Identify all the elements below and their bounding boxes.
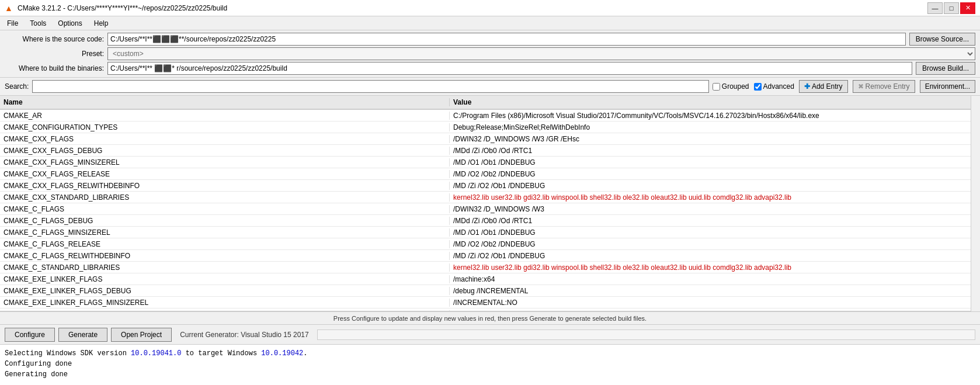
- cell-value: /INCREMENTAL:NO: [450, 299, 971, 307]
- table-row[interactable]: CMAKE_C_FLAGS_RELWITHDEBINFO/MD /Zi /O2 …: [0, 250, 971, 262]
- cell-name: CMAKE_EXE_LINKER_FLAGS_DEBUG: [0, 287, 450, 295]
- advanced-checkbox-label[interactable]: Advanced: [754, 82, 794, 91]
- advanced-checkbox[interactable]: [754, 83, 762, 91]
- output-line: Generating done: [5, 369, 975, 380]
- cell-name: CMAKE_EXE_LINKER_FLAGS: [0, 275, 450, 283]
- cell-value: /MD /O1 /Ob1 /DNDEBUG: [450, 158, 971, 167]
- cell-value: /MDd /Zi /Ob0 /Od /RTC1: [450, 217, 971, 225]
- advanced-label: Advanced: [763, 82, 794, 91]
- cell-name: CMAKE_CXX_FLAGS_RELEASE: [0, 170, 450, 178]
- menu-file[interactable]: File: [5, 18, 20, 29]
- output-line: Selecting Windows SDK version 10.0.19041…: [5, 348, 975, 359]
- open-project-button[interactable]: Open Project: [111, 328, 172, 342]
- table-body: CMAKE_ARC:/Program Files (x86)/Microsoft…: [0, 110, 971, 311]
- cell-value: Debug;Release;MinSizeRel;RelWithDebInfo: [450, 123, 971, 131]
- menu-options[interactable]: Options: [55, 18, 84, 29]
- output-area: Selecting Windows SDK version 10.0.19041…: [0, 344, 980, 385]
- status-bar: Press Configure to update and display ne…: [0, 311, 980, 324]
- window-controls: — □ ✕: [927, 2, 975, 14]
- title-bar: ▲ CMake 3.21.2 - C:/Users/****Y****YI***…: [0, 0, 980, 16]
- table-row[interactable]: CMAKE_C_FLAGS/DWIN32 /D_WINDOWS /W3: [0, 203, 971, 215]
- cell-value: /debug /INCREMENTAL: [450, 287, 971, 295]
- search-input[interactable]: [32, 80, 708, 93]
- cell-name: CMAKE_C_FLAGS_RELEASE: [0, 240, 450, 248]
- status-text: Press Configure to update and display ne…: [333, 315, 647, 322]
- cell-name: CMAKE_C_FLAGS: [0, 205, 450, 213]
- grouped-checkbox[interactable]: [713, 83, 720, 91]
- cell-name: CMAKE_C_FLAGS_MINSIZEREL: [0, 228, 450, 237]
- cell-name: CMAKE_CXX_FLAGS_MINSIZEREL: [0, 158, 450, 167]
- output-line: Configuring done: [5, 359, 975, 369]
- menu-bar: File Tools Options Help: [0, 16, 980, 30]
- cell-name: CMAKE_C_STANDARD_LIBRARIES: [0, 263, 450, 272]
- cell-name: CMAKE_C_FLAGS_RELWITHDEBINFO: [0, 252, 450, 260]
- build-row: Where to build the binaries: Browse Buil…: [5, 62, 975, 75]
- minimize-button[interactable]: —: [927, 2, 943, 14]
- cell-name: CMAKE_CXX_FLAGS: [0, 135, 450, 143]
- table-container[interactable]: Name Value CMAKE_ARC:/Program Files (x86…: [0, 96, 971, 311]
- add-entry-button[interactable]: ✚ Add Entry: [799, 80, 848, 93]
- cell-value: /MDd /Zi /Ob0 /Od /RTC1: [450, 147, 971, 155]
- search-options: Grouped Advanced ✚ Add Entry ✖ Remove En…: [713, 80, 975, 93]
- browse-source-button[interactable]: Browse Source...: [909, 33, 975, 46]
- configure-button[interactable]: Configure: [5, 328, 55, 342]
- search-bar: Search: Grouped Advanced ✚ Add Entry ✖ R…: [0, 78, 980, 96]
- table-row[interactable]: CMAKE_C_FLAGS_RELEASE/MD /O2 /Ob2 /DNDEB…: [0, 238, 971, 250]
- menu-tools[interactable]: Tools: [27, 18, 48, 29]
- cell-value: /MD /O2 /Ob2 /DNDEBUG: [450, 170, 971, 178]
- table-header: Name Value: [0, 96, 971, 110]
- table-wrapper: Name Value CMAKE_ARC:/Program Files (x86…: [0, 96, 980, 311]
- source-input[interactable]: [107, 33, 906, 46]
- table-row[interactable]: CMAKE_EXE_LINKER_FLAGS_DEBUG/debug /INCR…: [0, 285, 971, 297]
- title-bar-left: ▲ CMake 3.21.2 - C:/Users/****Y****YI***…: [5, 4, 227, 13]
- cell-name: CMAKE_C_FLAGS_DEBUG: [0, 217, 450, 225]
- table-row[interactable]: CMAKE_CXX_STANDARD_LIBRARIESkernel32.lib…: [0, 192, 971, 203]
- cell-value: /DWIN32 /D_WINDOWS /W3 /GR /EHsc: [450, 135, 971, 143]
- generate-button[interactable]: Generate: [58, 328, 107, 342]
- vertical-scrollbar[interactable]: [971, 96, 980, 311]
- preset-label: Preset:: [5, 50, 104, 58]
- cell-value: /MD /Zi /O2 /Ob1 /DNDEBUG: [450, 182, 971, 190]
- cell-name: CMAKE_EXE_LINKER_FLAGS_MINSIZEREL: [0, 299, 450, 307]
- cell-name: CMAKE_CONFIGURATION_TYPES: [0, 123, 450, 131]
- search-label: Search:: [5, 82, 29, 91]
- preset-select[interactable]: <custom>: [107, 47, 975, 60]
- remove-icon: ✖: [858, 82, 864, 91]
- maximize-button[interactable]: □: [944, 2, 959, 14]
- cell-value: /MD /O1 /Ob1 /DNDEBUG: [450, 228, 971, 237]
- add-icon: ✚: [804, 82, 810, 91]
- table-row[interactable]: CMAKE_CXX_FLAGS_RELEASE/MD /O2 /Ob2 /DND…: [0, 168, 971, 180]
- table-row[interactable]: CMAKE_CONFIGURATION_TYPESDebug;Release;M…: [0, 122, 971, 133]
- col-value-header: Value: [450, 98, 971, 106]
- cell-value: /machine:x64: [450, 275, 971, 283]
- cell-name: CMAKE_CXX_FLAGS_RELWITHDEBINFO: [0, 182, 450, 190]
- table-row[interactable]: CMAKE_C_FLAGS_DEBUG/MDd /Zi /Ob0 /Od /RT…: [0, 215, 971, 227]
- preset-row: Preset: <custom>: [5, 47, 975, 60]
- col-name-header: Name: [0, 98, 450, 106]
- source-label: Where is the source code:: [5, 35, 104, 43]
- table-row[interactable]: CMAKE_EXE_LINKER_FLAGS/machine:x64: [0, 273, 971, 285]
- table-row[interactable]: CMAKE_CXX_FLAGS_MINSIZEREL/MD /O1 /Ob1 /…: [0, 157, 971, 168]
- table-row[interactable]: CMAKE_CXX_FLAGS_RELWITHDEBINFO/MD /Zi /O…: [0, 180, 971, 192]
- source-row: Where is the source code: Browse Source.…: [5, 33, 975, 46]
- table-row[interactable]: CMAKE_CXX_FLAGS/DWIN32 /D_WINDOWS /W3 /G…: [0, 133, 971, 145]
- build-input[interactable]: [107, 62, 912, 75]
- cell-name: CMAKE_CXX_FLAGS_DEBUG: [0, 147, 450, 155]
- table-row[interactable]: CMAKE_EXE_LINKER_FLAGS_MINSIZEREL/INCREM…: [0, 297, 971, 308]
- remove-entry-button[interactable]: ✖ Remove Entry: [853, 80, 915, 93]
- grouped-label: Grouped: [722, 82, 749, 91]
- cell-value: /MD /O2 /Ob2 /DNDEBUG: [450, 240, 971, 248]
- browse-build-button[interactable]: Browse Build...: [916, 62, 975, 75]
- cmake-icon: ▲: [5, 4, 14, 13]
- grouped-checkbox-label[interactable]: Grouped: [713, 82, 749, 91]
- environment-button[interactable]: Environment...: [920, 80, 975, 93]
- title-text: CMake 3.21.2 - C:/Users/****Y****YI***~/…: [18, 4, 227, 12]
- menu-help[interactable]: Help: [92, 18, 111, 29]
- toolbar: Where is the source code: Browse Source.…: [0, 30, 980, 78]
- main-content: Where is the source code: Browse Source.…: [0, 30, 980, 385]
- table-row[interactable]: CMAKE_ARC:/Program Files (x86)/Microsoft…: [0, 110, 971, 122]
- close-button[interactable]: ✕: [960, 2, 975, 14]
- table-row[interactable]: CMAKE_C_STANDARD_LIBRARIESkernel32.lib u…: [0, 262, 971, 273]
- table-row[interactable]: CMAKE_CXX_FLAGS_DEBUG/MDd /Zi /Ob0 /Od /…: [0, 145, 971, 157]
- table-row[interactable]: CMAKE_C_FLAGS_MINSIZEREL/MD /O1 /Ob1 /DN…: [0, 227, 971, 238]
